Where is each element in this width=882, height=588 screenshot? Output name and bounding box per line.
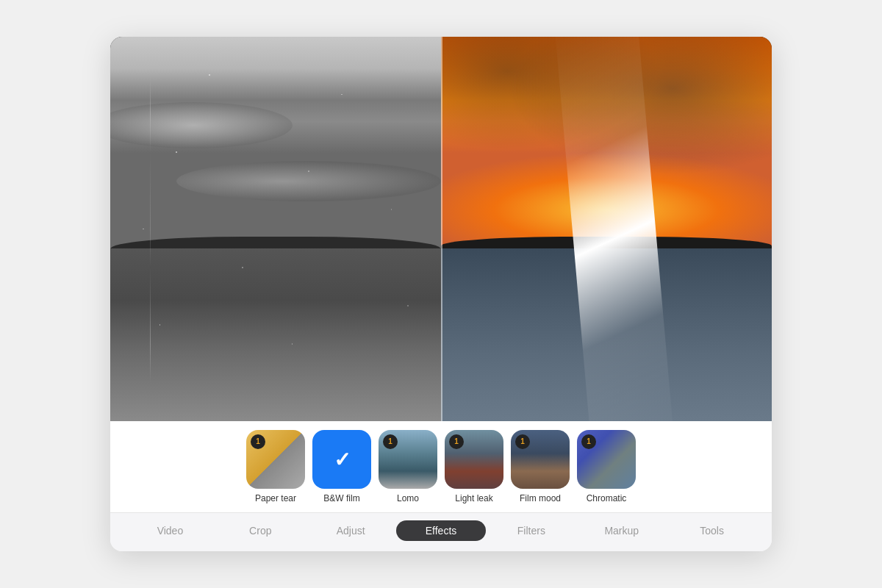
image-left-bw bbox=[110, 37, 441, 421]
split-container bbox=[110, 37, 772, 421]
app-container: 1 Paper tear B&W film 1 Lomo bbox=[110, 37, 772, 551]
split-divider bbox=[441, 37, 442, 421]
image-preview bbox=[110, 37, 772, 421]
effect-badge-text-paper-tear: 1 bbox=[256, 438, 260, 445]
effect-item-light-leak[interactable]: 1 Light leak bbox=[445, 430, 503, 503]
image-right-color bbox=[441, 37, 772, 421]
effect-item-film-mood[interactable]: 1 Film mood bbox=[511, 430, 570, 503]
effect-thumbnail-bw-film[interactable] bbox=[312, 430, 371, 489]
effect-label-light-leak: Light leak bbox=[455, 493, 492, 503]
effect-badge-lomo: 1 bbox=[383, 434, 398, 449]
effect-badge-text-film-mood: 1 bbox=[520, 438, 525, 445]
effect-label-film-mood: Film mood bbox=[520, 493, 561, 503]
effect-item-chromatic[interactable]: 1 Chromatic bbox=[577, 430, 636, 503]
effect-label-chromatic: Chromatic bbox=[587, 493, 627, 503]
effect-badge-paper-tear: 1 bbox=[251, 434, 265, 449]
effect-label-bw-film: B&W film bbox=[323, 493, 359, 503]
film-grain-overlay bbox=[110, 37, 441, 421]
effect-item-paper-tear[interactable]: 1 Paper tear bbox=[246, 430, 305, 503]
nav-bar: Video Crop Adjust Effects Filters Markup… bbox=[110, 512, 772, 551]
nav-item-tools[interactable]: Tools bbox=[667, 520, 757, 541]
effect-thumbnail-film-mood[interactable]: 1 bbox=[511, 430, 570, 489]
effect-item-bw-film[interactable]: B&W film bbox=[312, 430, 371, 503]
nav-item-effects[interactable]: Effects bbox=[396, 520, 487, 541]
nav-item-adjust[interactable]: Adjust bbox=[306, 520, 396, 541]
effect-thumbnail-chromatic[interactable]: 1 bbox=[577, 430, 636, 489]
effect-badge-text-light-leak: 1 bbox=[454, 438, 459, 445]
nav-item-crop[interactable]: Crop bbox=[215, 520, 306, 541]
nav-item-filters[interactable]: Filters bbox=[486, 520, 576, 541]
effect-thumbnail-paper-tear[interactable]: 1 bbox=[246, 430, 305, 489]
effect-badge-film-mood: 1 bbox=[515, 434, 530, 449]
nav-item-markup[interactable]: Markup bbox=[576, 520, 667, 541]
effects-items-row: 1 Paper tear B&W film 1 Lomo bbox=[125, 430, 757, 506]
effect-label-paper-tear: Paper tear bbox=[255, 493, 296, 503]
effect-thumbnail-lomo[interactable]: 1 bbox=[379, 430, 437, 489]
effect-badge-text-lomo: 1 bbox=[388, 438, 392, 445]
film-scratch bbox=[150, 37, 151, 421]
effects-strip: 1 Paper tear B&W film 1 Lomo bbox=[110, 421, 772, 512]
effect-badge-chromatic: 1 bbox=[581, 434, 596, 449]
nav-item-video[interactable]: Video bbox=[125, 520, 215, 541]
effect-thumbnail-light-leak[interactable]: 1 bbox=[445, 430, 503, 489]
effect-item-lomo[interactable]: 1 Lomo bbox=[379, 430, 437, 503]
effect-label-lomo: Lomo bbox=[397, 493, 419, 503]
effect-badge-text-chromatic: 1 bbox=[587, 438, 591, 445]
effect-badge-light-leak: 1 bbox=[449, 434, 464, 449]
